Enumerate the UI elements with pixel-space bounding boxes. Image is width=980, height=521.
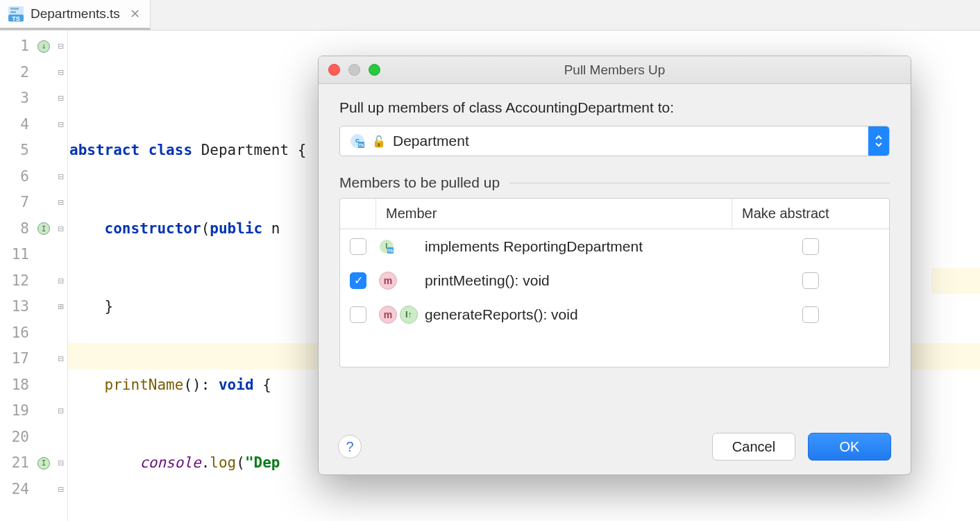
gutter-line-numbers: 123 456 7811 121316 171819 202124	[0, 31, 33, 521]
interface-icon[interactable]: I	[37, 222, 50, 235]
fold-expand[interactable]: ⊞	[54, 294, 67, 320]
fold-toggle[interactable]: ⊟	[54, 268, 67, 295]
close-icon[interactable]: ✕	[130, 6, 140, 22]
abstract-checkbox[interactable]	[802, 306, 819, 323]
members-table-header: Member Make abstract	[340, 199, 889, 229]
include-checkbox[interactable]: ✓	[350, 272, 366, 289]
combo-stepper-icon[interactable]	[868, 126, 889, 156]
dialog-body: Pull up members of class AccountingDepar…	[319, 84, 911, 420]
members-section-label: Members to be pulled up	[339, 174, 890, 191]
fold-end[interactable]: ⊟	[54, 477, 67, 503]
ok-button[interactable]: OK	[808, 433, 891, 461]
target-class-value: Department	[393, 133, 469, 149]
unlock-icon: 🔓	[372, 135, 386, 148]
fold-toggle[interactable]: ⊟	[54, 33, 67, 60]
help-button[interactable]: ?	[338, 435, 362, 458]
abstract-checkbox[interactable]	[802, 272, 819, 289]
svg-text:TS: TS	[359, 143, 364, 147]
dialog-prompt: Pull up members of class AccountingDepar…	[339, 99, 890, 116]
cancel-button[interactable]: Cancel	[712, 433, 795, 461]
abstract-column-header[interactable]: Make abstract	[732, 199, 889, 229]
implements-up-icon: I↑	[400, 306, 418, 324]
method-icon: m	[379, 306, 397, 324]
svg-text:TS: TS	[12, 15, 20, 22]
fold-toggle[interactable]: ⊟	[54, 450, 67, 477]
member-column-header[interactable]: Member	[376, 199, 732, 229]
fold-end[interactable]: ⊟	[54, 398, 67, 424]
editor-tab-bar: TS Departments.ts ✕	[0, 0, 980, 31]
fold-toggle[interactable]: ⊟	[54, 346, 67, 372]
include-checkbox[interactable]	[350, 238, 366, 255]
override-down-icon[interactable]	[37, 40, 50, 53]
fold-toggle[interactable]: ⊟	[54, 112, 67, 138]
member-label: printMeeting(): void	[425, 272, 732, 289]
member-label: generateReports(): void	[425, 306, 732, 323]
dialog-footer: ? Cancel OK	[319, 420, 911, 474]
editor-tab-departments[interactable]: TS Departments.ts ✕	[0, 0, 151, 30]
dialog-title: Pull Members Up	[319, 63, 911, 78]
dialog-titlebar[interactable]: Pull Members Up	[319, 56, 911, 84]
members-table: Member Make abstract ITS implements Repo…	[339, 198, 890, 367]
svg-text:TS: TS	[388, 249, 394, 253]
pull-members-up-dialog: Pull Members Up Pull up members of class…	[318, 56, 911, 475]
table-row[interactable]: ✓ m printMeeting(): void	[340, 263, 889, 297]
include-checkbox[interactable]	[350, 306, 366, 323]
fold-toggle[interactable]: ⊟	[54, 216, 67, 242]
target-class-combo[interactable]: CTS 🔓 Department	[339, 126, 890, 156]
typescript-file-icon: TS	[7, 5, 25, 23]
fold-toggle[interactable]: ⊟	[54, 60, 67, 86]
svg-rect-4	[10, 11, 16, 13]
gutter-fold: ⊟ ⊟ ⊟ ⊟ ⊟ ⊟ ⊟ ⊟ ⊞ ⊟ ⊟ ⊟ ⊟	[54, 31, 68, 521]
table-row[interactable]: m I↑ generateReports(): void	[340, 297, 889, 331]
fold-end[interactable]: ⊟	[54, 164, 67, 190]
editor-tab-label: Departments.ts	[31, 6, 120, 22]
fold-end[interactable]: ⊟	[54, 85, 67, 112]
gutter-marks: I I	[33, 31, 54, 521]
table-row[interactable]: ITS implements ReportingDepartment	[340, 229, 889, 263]
svg-rect-3	[10, 8, 19, 10]
fold-end[interactable]: ⊟	[54, 190, 67, 216]
typescript-class-icon: CTS	[350, 133, 365, 149]
method-icon: m	[379, 272, 397, 290]
member-label: implements ReportingDepartment	[425, 238, 732, 255]
interface-ts-icon: ITS	[379, 239, 394, 254]
abstract-checkbox[interactable]	[802, 238, 819, 255]
implements-up-icon[interactable]: I	[37, 457, 50, 470]
